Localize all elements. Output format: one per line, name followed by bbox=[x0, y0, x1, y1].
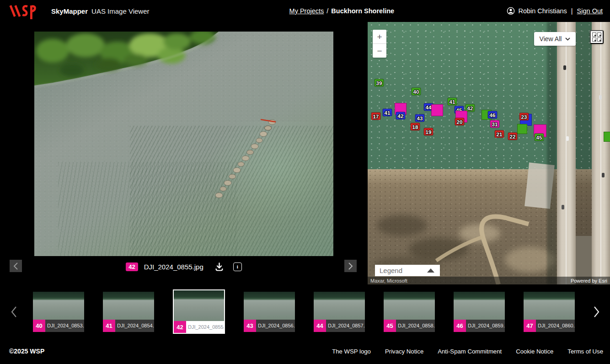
thumbnail-image bbox=[314, 292, 365, 320]
view-all-dropdown[interactable]: View All bbox=[534, 32, 576, 46]
basemap-grid-icon bbox=[597, 37, 601, 42]
thumbnail-number-badge: 47 bbox=[524, 320, 536, 332]
thumbnail-strip: 40DJI_2024_0853....41DJI_2024_0854....42… bbox=[0, 288, 610, 335]
thumbnail-filename: DJI_2024_0855... bbox=[186, 324, 224, 330]
thumbnail-number-badge: 42 bbox=[174, 321, 186, 333]
thumbnail-label: 42DJI_2024_0855... bbox=[174, 321, 224, 333]
thumbnail-filename: DJI_2024_0858.... bbox=[396, 323, 435, 328]
chevron-right-icon bbox=[348, 262, 353, 270]
breadcrumb-current-project: Buckhorn Shoreline bbox=[331, 7, 394, 15]
thumbnail-filename: DJI_2024_0859.... bbox=[466, 323, 505, 328]
previous-image-button[interactable] bbox=[10, 260, 22, 272]
map-attribution: Maxar, Microsoft Powered by Esri bbox=[368, 277, 610, 284]
map-marker-41[interactable]: 41 bbox=[448, 98, 457, 106]
map-marker-22[interactable]: 22 bbox=[508, 133, 518, 140]
thumbnail-46[interactable]: 46DJI_2024_0859.... bbox=[454, 292, 505, 332]
map-marker-19[interactable]: 19 bbox=[424, 128, 433, 136]
app-name: SkyMapper bbox=[51, 7, 88, 15]
map-marker-21[interactable]: 21 bbox=[495, 130, 504, 138]
map-marker-18[interactable]: 18 bbox=[411, 123, 420, 131]
footer-link[interactable]: Terms of Use bbox=[567, 348, 603, 355]
map-marker-39[interactable]: 39 bbox=[375, 79, 384, 87]
app-subtitle: UAS Image Viewer bbox=[91, 7, 149, 15]
thumbnail-41[interactable]: 41DJI_2024_0854.... bbox=[103, 292, 154, 332]
breadcrumb-separator: / bbox=[326, 7, 328, 15]
map-marker-23[interactable]: 23 bbox=[519, 113, 529, 121]
map-marker-45[interactable]: 45 bbox=[535, 134, 544, 141]
footer-link[interactable]: The WSP logo bbox=[332, 348, 371, 355]
thumbnail-40[interactable]: 40DJI_2024_0853.... bbox=[33, 292, 84, 332]
thumbnail-image bbox=[524, 292, 575, 320]
thumbnail-number-badge: 40 bbox=[33, 320, 45, 332]
map-marker-42[interactable]: 42 bbox=[396, 112, 406, 120]
wsp-logo bbox=[8, 2, 38, 20]
vehicle bbox=[566, 136, 569, 141]
info-icon: i bbox=[233, 262, 242, 271]
user-menu: Robin Christians | Sign Out bbox=[507, 0, 603, 22]
thumbnail-45[interactable]: 45DJI_2024_0858.... bbox=[384, 292, 435, 332]
drone-photo bbox=[34, 32, 333, 256]
thumbnail-number-badge: 43 bbox=[244, 320, 256, 332]
footer-link[interactable]: Privacy Notice bbox=[385, 348, 423, 355]
basemap-grid-icon bbox=[597, 32, 601, 37]
download-icon bbox=[214, 262, 224, 272]
chevron-left-icon bbox=[11, 306, 17, 318]
chevron-down-icon bbox=[565, 37, 570, 41]
thumbnail-label: 44DJI_2024_0857.... bbox=[314, 320, 365, 332]
thumbnails-next-button[interactable] bbox=[586, 288, 606, 335]
thumbnail-filename: DJI_2024_0856.... bbox=[256, 323, 295, 328]
footer-link[interactable]: Cookie Notice bbox=[516, 348, 553, 355]
stone-mounds bbox=[215, 120, 276, 198]
current-image-bar: 42 DJI_2024_0855.jpg i bbox=[34, 261, 333, 273]
thumbnail-filename: DJI_2024_0857.... bbox=[326, 323, 365, 328]
image-viewer-panel: 42 DJI_2024_0855.jpg i bbox=[0, 22, 368, 288]
map-marker-square[interactable] bbox=[604, 132, 610, 142]
zoom-out-button[interactable]: − bbox=[373, 44, 386, 58]
thumbnail-number-badge: 44 bbox=[314, 320, 326, 332]
zoom-in-button[interactable]: + bbox=[373, 30, 386, 43]
map-marker-31[interactable]: 31 bbox=[490, 120, 500, 128]
sign-out-link[interactable]: Sign Out bbox=[577, 7, 603, 15]
top-header: SkyMapper UAS Image Viewer My Projects /… bbox=[0, 0, 610, 22]
thumbnail-filename: DJI_2024_0854.... bbox=[115, 323, 154, 328]
legend-toggle[interactable]: Legend bbox=[375, 265, 440, 276]
map-marker-43[interactable]: 43 bbox=[415, 114, 425, 122]
bridge-span bbox=[557, 22, 576, 284]
map-marker-46[interactable]: 46 bbox=[488, 111, 498, 119]
map-marker-square[interactable] bbox=[431, 104, 443, 116]
thumbnail-label: 45DJI_2024_0858.... bbox=[384, 320, 435, 332]
attribution-providers: Maxar, Microsoft bbox=[370, 278, 407, 284]
thumbnail-47[interactable]: 47DJI_2024_0860.... bbox=[524, 292, 575, 332]
powered-by-esri: Powered by Esri bbox=[571, 278, 607, 284]
download-button[interactable] bbox=[214, 262, 224, 272]
thumbnail-number-badge: 46 bbox=[454, 320, 466, 332]
thumbnail-label: 47DJI_2024_0860.... bbox=[524, 320, 575, 332]
chevron-right-icon bbox=[593, 306, 600, 318]
view-all-label: View All bbox=[540, 35, 562, 43]
map-marker-41[interactable]: 41 bbox=[383, 109, 392, 117]
map-marker-square[interactable] bbox=[517, 124, 527, 134]
thumbnails-previous-button[interactable] bbox=[4, 288, 24, 335]
thumbnail-42[interactable]: 42DJI_2024_0855... bbox=[173, 289, 225, 334]
next-image-button[interactable] bbox=[344, 260, 357, 272]
thumbnail-image bbox=[384, 292, 435, 320]
bridge-gap-shadow bbox=[576, 22, 592, 284]
map-marker-20[interactable]: 20 bbox=[455, 118, 465, 126]
map-marker-40[interactable]: 40 bbox=[412, 88, 421, 96]
image-number-badge: 42 bbox=[126, 262, 138, 271]
footer-link[interactable]: Anti-Spam Commitment bbox=[438, 348, 502, 355]
basemap-gallery-button[interactable] bbox=[590, 30, 604, 44]
breadcrumb-my-projects-link[interactable]: My Projects bbox=[289, 7, 324, 15]
thumbnail-44[interactable]: 44DJI_2024_0857.... bbox=[314, 292, 365, 332]
image-filename: DJI_2024_0855.jpg bbox=[144, 263, 203, 271]
thumbnail-image bbox=[103, 292, 154, 320]
bridge-shadow bbox=[547, 22, 557, 284]
basemap-grid-icon bbox=[592, 37, 596, 42]
app-title: SkyMapper UAS Image Viewer bbox=[51, 0, 150, 22]
map-marker-17[interactable]: 17 bbox=[371, 112, 381, 120]
thumbnail-43[interactable]: 43DJI_2024_0856.... bbox=[244, 292, 295, 332]
thumbnail-image bbox=[33, 292, 84, 320]
image-info-button[interactable]: i bbox=[233, 262, 242, 271]
page-footer: ©2025 WSP The WSP logoPrivacy NoticeAnti… bbox=[0, 335, 610, 364]
thumbnail-label: 43DJI_2024_0856.... bbox=[244, 320, 295, 332]
